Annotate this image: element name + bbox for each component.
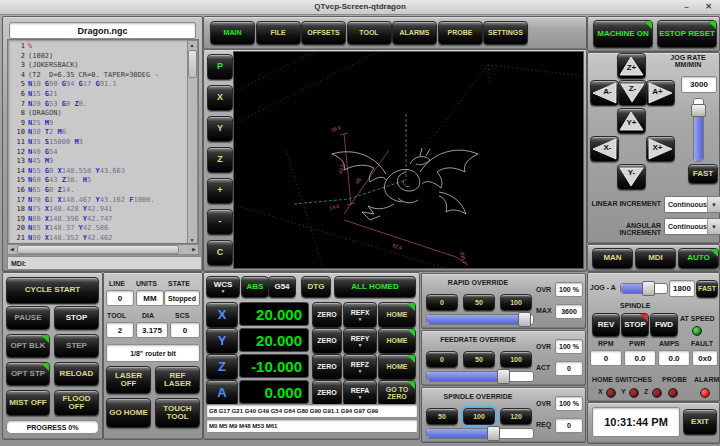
home-y-button[interactable]: HOME xyxy=(378,328,416,354)
mdi-entry[interactable]: MDI: xyxy=(7,256,202,270)
linear-increment-combo[interactable]: Continuous▼ xyxy=(664,196,720,213)
jog-A-minusplus-button[interactable]: A+ xyxy=(646,80,675,106)
zoom-in-button[interactable]: + xyxy=(207,178,233,204)
override-0-button[interactable]: 0 xyxy=(426,351,458,368)
view-x-button[interactable]: X xyxy=(207,85,233,111)
gcode-line[interactable]: 17N70 G1 X148.467 Y43.162 F1000. xyxy=(9,196,188,206)
gcode-line[interactable]: 5N10 G90 G94 G17 G91.1 xyxy=(9,80,188,90)
gcode-line[interactable]: 8(DRAGON) xyxy=(9,109,188,119)
home-x-button[interactable]: HOME xyxy=(378,302,416,328)
tab-alarms[interactable]: ALARMS xyxy=(392,21,437,45)
jog-X-minusplus-button[interactable]: X+ xyxy=(646,136,675,162)
gcode-line[interactable]: 11N35 S15000 M3 xyxy=(9,138,188,148)
home-z-button[interactable]: HOME xyxy=(378,354,416,380)
jog-rate-slider[interactable] xyxy=(693,98,704,162)
gcode-line[interactable]: 7N20 G53 G0 Z0. xyxy=(9,100,188,110)
mode-mdi-button[interactable]: MDI xyxy=(635,248,676,269)
optional-stop-button[interactable]: OPT STP xyxy=(6,362,50,386)
jog-Y-minus-button[interactable]: Y- xyxy=(617,164,646,190)
tab-settings[interactable]: SETTINGS xyxy=(483,21,528,45)
gcode-line[interactable]: 19N80 X148.396 Y42.747 xyxy=(9,215,188,225)
tab-main[interactable]: MAIN xyxy=(210,21,255,45)
zero-z-button[interactable]: ZERO xyxy=(312,354,342,380)
go-to-zero-button[interactable]: GO TO ZERO xyxy=(378,380,416,406)
gcode-line[interactable]: 2(1002) xyxy=(9,52,188,62)
cycle-start-button[interactable]: CYCLE START xyxy=(6,277,99,304)
gcode-line[interactable]: 18N75 X148.428 Y42.941 xyxy=(9,205,188,215)
gremlin-preview[interactable]: 58.6 43.5 14.0 88 82.9 200.7 xyxy=(233,51,584,269)
override-100-button[interactable]: 100 xyxy=(500,351,532,368)
close-button[interactable]: ✕ xyxy=(703,2,714,12)
ref-x-button[interactable]: REFX▼ xyxy=(343,302,377,328)
gcode-line[interactable]: 21N90 X148.352 Y42.462 xyxy=(9,234,188,244)
dtg-button[interactable]: DTG xyxy=(301,276,331,298)
go-home-button[interactable]: GO HOME xyxy=(106,398,151,428)
zero-a-button[interactable]: ZERO xyxy=(312,380,342,406)
gcode-line[interactable]: 16N65 G0 Z14. xyxy=(9,186,188,196)
angular-increment-combo[interactable]: Continuous▼ xyxy=(664,218,720,235)
gcode-line[interactable]: 14N55 G0 X148.558 Y43.663 xyxy=(9,167,188,177)
view-perspective-button[interactable]: P xyxy=(207,54,233,80)
gcode-line[interactable]: 12N40 G54 xyxy=(9,148,188,158)
mode-auto-button[interactable]: AUTO xyxy=(678,248,719,269)
ref-laser-button[interactable]: REF LASER xyxy=(155,366,200,394)
zoom-out-button[interactable]: - xyxy=(207,209,233,235)
abs-button[interactable]: ABS xyxy=(241,276,269,298)
gcode-line[interactable]: 4(T2 D=6.35 CR=0. TAPER=30DEG - xyxy=(9,71,188,81)
mode-man-button[interactable]: MAN xyxy=(592,248,633,269)
gcode-editor[interactable]: 1%2(1002)3(JOKERSBACK)4(T2 D=6.35 CR=0. … xyxy=(7,39,199,244)
jog-Z-minus-button[interactable]: Z- xyxy=(618,80,647,106)
jog-Y-minusplus-button[interactable]: Y+ xyxy=(617,108,646,134)
reload-button[interactable]: RELOAD xyxy=(54,362,99,386)
exit-button[interactable]: EXIT xyxy=(683,409,717,435)
gcode-hscrollbar[interactable]: ◀ ▶ xyxy=(7,244,199,255)
pause-button[interactable]: PAUSE xyxy=(6,306,50,330)
optional-block-button[interactable]: OPT BLK xyxy=(6,334,50,358)
g5x-button[interactable]: G54 xyxy=(268,276,296,298)
gcode-line[interactable]: 9N25 M9 xyxy=(9,119,188,129)
jog-A-minus-button[interactable]: A- xyxy=(590,80,619,106)
estop-reset-button[interactable]: ESTOP RESET xyxy=(657,20,717,48)
jog-a-entry[interactable]: 1800 xyxy=(669,280,695,297)
gcode-line[interactable]: 6N15 G21 xyxy=(9,90,188,100)
zero-y-button[interactable]: ZERO xyxy=(312,328,342,354)
override-120-button[interactable]: 120 xyxy=(500,408,532,425)
override-slider[interactable] xyxy=(426,314,534,325)
clear-plot-button[interactable]: C xyxy=(207,240,233,266)
laser-button[interactable]: LASER OFF xyxy=(106,366,151,394)
jog-fast-button[interactable]: FAST xyxy=(688,164,718,184)
override-slider[interactable] xyxy=(426,428,534,439)
stop-button[interactable]: STOP xyxy=(54,306,99,330)
axis-a-button[interactable]: A xyxy=(206,380,238,406)
override-50-button[interactable]: 50 xyxy=(426,408,458,425)
ref-z-button[interactable]: REFZ▼ xyxy=(343,354,377,380)
override-100-button[interactable]: 100 xyxy=(500,294,532,311)
view-y-button[interactable]: Y xyxy=(207,116,233,142)
step-button[interactable]: STEP xyxy=(54,334,99,358)
gcode-line[interactable]: 1% xyxy=(9,42,188,52)
gcode-line[interactable]: 10N30 T2 M6 xyxy=(9,128,188,138)
gcode-line[interactable]: 3(JOKERSBACK) xyxy=(9,61,188,71)
override-0-button[interactable]: 0 xyxy=(426,294,458,311)
jog-a-fast-button[interactable]: FAST xyxy=(696,280,718,298)
flood-button[interactable]: FLOOD OFF xyxy=(54,390,99,416)
override-100-button[interactable]: 100 xyxy=(463,408,495,425)
jog-rate-entry[interactable]: 3000 xyxy=(681,76,717,93)
gcode-line[interactable]: 13N45 M9 xyxy=(9,157,188,167)
view-z-button[interactable]: Z xyxy=(207,147,233,173)
zero-x-button[interactable]: ZERO xyxy=(312,302,342,328)
override-slider[interactable] xyxy=(426,371,534,382)
mist-button[interactable]: MIST OFF xyxy=(6,390,50,416)
minimize-button[interactable]: – xyxy=(681,2,692,12)
touch-tool-button[interactable]: TOUCH TOOL xyxy=(155,398,200,428)
machine-on-button[interactable]: MACHINE ON xyxy=(593,20,653,48)
gcode-line[interactable]: 20N85 X148.37 Y42.586 xyxy=(9,224,188,234)
override-50-button[interactable]: 50 xyxy=(463,294,495,311)
ref-a-button[interactable]: REFA▼ xyxy=(343,380,377,406)
axis-y-button[interactable]: Y xyxy=(206,328,238,354)
jog-a-slider[interactable] xyxy=(620,283,668,294)
spindle-stop-button[interactable]: STOP xyxy=(621,313,649,337)
wcs-button[interactable]: WCS▼ xyxy=(206,276,240,298)
spindle-fwd-button[interactable]: FWD xyxy=(650,313,678,337)
gcode-vscrollbar[interactable]: ▲ ▼ xyxy=(187,40,198,244)
